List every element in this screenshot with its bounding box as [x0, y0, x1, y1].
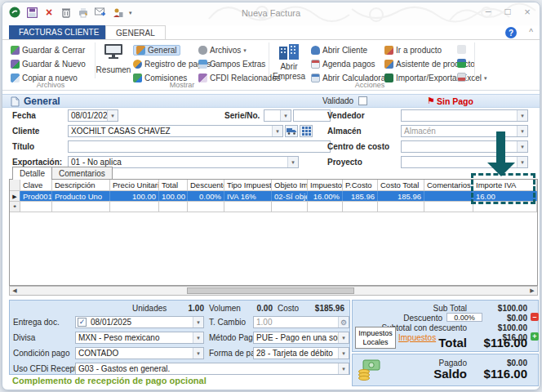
- extra-action-2-button[interactable]: [457, 57, 466, 69]
- abrir-cliente-button[interactable]: Abrir Cliente: [311, 44, 367, 56]
- cell-objeto-impuesto[interactable]: [272, 202, 308, 212]
- dropdown-caret-icon[interactable]: ▾: [517, 126, 527, 136]
- dropdown-caret-icon[interactable]: ▾: [338, 332, 349, 343]
- uso-cfdi-select[interactable]: G03 - Gastos en general.▾: [75, 363, 349, 375]
- dropdown-caret-icon[interactable]: ▾: [107, 110, 118, 121]
- divisa-select[interactable]: MXN - Peso mexicano▾: [75, 332, 204, 344]
- dropdown-caret-icon[interactable]: ▾: [338, 348, 349, 359]
- extra-action-3-button[interactable]: [457, 71, 466, 82]
- tab-detalle[interactable]: Detalle: [12, 167, 52, 180]
- help-icon[interactable]: ?: [505, 27, 517, 38]
- guardar-cerrar-button[interactable]: Guardar & Cerrar: [11, 44, 85, 56]
- entrega-doc-input[interactable]: ✓08/01/2025▾: [75, 316, 204, 328]
- cell-impuesto[interactable]: [308, 202, 343, 212]
- dropdown-caret-icon[interactable]: ▾: [517, 157, 527, 167]
- campos-extras-button[interactable]: Campos Extras: [198, 58, 265, 69]
- cell-precio-unitario[interactable]: [110, 202, 159, 212]
- cell-total[interactable]: 100.00: [159, 191, 188, 201]
- cell-clave[interactable]: Prod001: [20, 191, 52, 201]
- cell-comentarios[interactable]: [424, 191, 473, 201]
- tcambio-input[interactable]: 1.00⚙: [253, 316, 349, 328]
- dropdown-caret-icon[interactable]: ▾: [280, 110, 291, 121]
- dropdown-caret-icon[interactable]: ▾: [338, 363, 349, 374]
- cell-descripcion[interactable]: [52, 202, 110, 212]
- almacen-select[interactable]: Almacén▾: [401, 125, 528, 137]
- cell-objeto-impuesto[interactable]: 02-Sí objeto de i...: [272, 191, 308, 201]
- col-descuento[interactable]: Descuento: [188, 180, 224, 190]
- collapse-ribbon-icon[interactable]: ^: [529, 28, 533, 37]
- dropdown-caret-icon[interactable]: ▾: [517, 141, 527, 152]
- col-descripcion[interactable]: Descripción: [52, 180, 110, 190]
- minimize-button[interactable]: –: [479, 6, 497, 17]
- close-button[interactable]: ×: [518, 6, 536, 18]
- row-selector-current[interactable]: ▶: [10, 191, 20, 201]
- cell-impuesto[interactable]: 16.00%: [308, 191, 343, 201]
- cell-precio-unitario[interactable]: 100.00: [110, 191, 159, 201]
- titulo-input[interactable]: [68, 140, 331, 153]
- client-company-button[interactable]: [300, 125, 313, 137]
- cell-comentarios[interactable]: [424, 202, 473, 212]
- centro-costo-select[interactable]: ▾: [401, 140, 528, 153]
- numero-input[interactable]: [293, 109, 331, 122]
- scroll-right-arrow[interactable]: ▶: [527, 287, 537, 295]
- general-button[interactable]: General: [133, 44, 180, 56]
- col-clave[interactable]: Clave: [20, 180, 52, 190]
- scroll-left-arrow[interactable]: ◀: [10, 287, 20, 295]
- vendedor-select[interactable]: ▾: [401, 109, 528, 122]
- dropdown-caret-icon[interactable]: ▾: [193, 332, 203, 343]
- col-importe-iva[interactable]: Importe IVA: [473, 180, 537, 190]
- tab-general[interactable]: GENERAL: [105, 25, 166, 39]
- cell-pcosto[interactable]: 185.96: [343, 191, 378, 201]
- col-costo-total[interactable]: Costo Total: [378, 180, 424, 190]
- dropdown-caret-icon[interactable]: ▾: [517, 110, 527, 121]
- agenda-pagos-button[interactable]: Agenda pagos: [311, 58, 375, 69]
- grid-row-new[interactable]: *: [10, 202, 537, 212]
- dropdown-caret-icon[interactable]: ▾: [193, 348, 203, 359]
- tab-facturas-cliente[interactable]: FACTURAS CLIENTE: [9, 25, 109, 39]
- resumen-button[interactable]: Resumen: [96, 43, 131, 74]
- validado-checkbox[interactable]: [358, 96, 367, 105]
- col-impuesto[interactable]: Impuesto: [308, 180, 343, 190]
- cell-tipo-impuesto[interactable]: IVA 16%: [224, 191, 272, 201]
- serie-select[interactable]: ▾: [264, 109, 291, 122]
- row-selector-new[interactable]: *: [10, 202, 20, 212]
- condicion-pago-select[interactable]: CONTADO▾: [75, 347, 204, 359]
- cliente-input[interactable]: XOCHILT CASAS CHAVEZ▾: [68, 125, 283, 137]
- shipping-truck-button[interactable]: [285, 125, 298, 137]
- col-comentarios[interactable]: Comentarios: [424, 180, 473, 190]
- archivos-button[interactable]: Archivos▾: [198, 44, 247, 56]
- dropdown-caret-icon[interactable]: ▾: [193, 317, 203, 327]
- cell-descuento[interactable]: [188, 202, 224, 212]
- tab-comentarios[interactable]: Comentarios: [51, 167, 113, 179]
- metodo-pago-select[interactable]: PUE - Pago en una sola exhibició▾: [253, 332, 349, 344]
- cell-costo-total[interactable]: 185.96: [378, 191, 424, 201]
- cell-costo-total[interactable]: [378, 202, 424, 212]
- col-total[interactable]: Total: [159, 180, 188, 190]
- cell-importe-iva[interactable]: 16.00: [473, 191, 537, 201]
- cell-total[interactable]: [159, 202, 188, 212]
- cell-descripcion[interactable]: Producto Uno: [52, 191, 110, 201]
- fecha-input[interactable]: 08/01/2025▾: [68, 109, 118, 122]
- scroll-thumb[interactable]: [187, 287, 354, 294]
- grid-row-1[interactable]: ▶ Prod001 Producto Uno 100.00 100.00 0.0…: [10, 191, 537, 202]
- impuestos-locales-button[interactable]: Impuestos Locales: [355, 327, 396, 349]
- col-pcosto[interactable]: P.Costo: [343, 180, 378, 190]
- cell-tipo-impuesto[interactable]: [224, 202, 272, 212]
- col-objeto-impuesto[interactable]: Objeto Impuesto: [272, 180, 308, 190]
- dropdown-caret-icon[interactable]: ▾: [287, 157, 298, 167]
- abrir-empresa-button[interactable]: Abrir Empresa: [271, 43, 307, 81]
- cell-descuento[interactable]: 0.00%: [188, 191, 224, 201]
- maximize-button[interactable]: □: [499, 6, 517, 17]
- ir-a-producto-button[interactable]: Ir a producto: [384, 44, 442, 56]
- col-precio-unitario[interactable]: Precio Unitario: [110, 180, 159, 190]
- col-tipo-impuesto[interactable]: Tipo Impuesto: [224, 180, 272, 190]
- dropdown-caret-icon[interactable]: ▾: [272, 126, 282, 136]
- entrega-doc-checkbox[interactable]: ✓: [78, 318, 87, 327]
- forma-pago-select[interactable]: 28 - Tarjeta de débito▾: [253, 347, 349, 359]
- guardar-nuevo-button[interactable]: Guardar & Nuevo: [11, 58, 86, 69]
- gear-icon[interactable]: ⚙: [338, 317, 349, 327]
- cell-pcosto[interactable]: [343, 202, 378, 212]
- cell-clave[interactable]: [20, 202, 52, 212]
- cell-importe-iva[interactable]: [473, 202, 537, 212]
- extra-action-1-button[interactable]: [457, 43, 466, 55]
